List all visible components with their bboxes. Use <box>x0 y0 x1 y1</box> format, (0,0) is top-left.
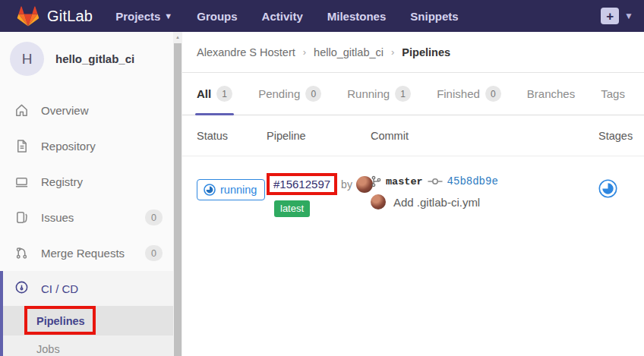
pipeline-id-link[interactable]: #15612597 <box>273 178 330 191</box>
issues-icon <box>14 210 29 225</box>
sidebar-item-label: CI / CD <box>41 282 78 295</box>
stage-running-icon[interactable] <box>598 179 617 198</box>
tab-label: Running <box>347 87 390 100</box>
commit-message-link[interactable]: Add .gitlab-ci.yml <box>393 196 480 209</box>
scrollbar-thumb[interactable] <box>174 43 182 356</box>
sidebar-subitem-jobs[interactable]: Jobs <box>3 336 173 356</box>
tab-pending[interactable]: Pending 0 <box>258 73 321 115</box>
pipeline-tabs: All 1 Pending 0 Running 1 Finished 0 Bra… <box>182 73 644 115</box>
sidebar-item-registry[interactable]: Registry <box>0 164 173 200</box>
running-status-icon <box>204 184 216 196</box>
breadcrumb-user[interactable]: Alexandre S Hostert <box>197 46 295 58</box>
sidebar-item-label: Merge Requests <box>41 247 125 260</box>
tab-tags[interactable]: Tags <box>601 73 625 115</box>
project-header[interactable]: H hello_gitlab_ci <box>0 32 173 83</box>
commit-author-avatar[interactable] <box>371 194 386 210</box>
new-item-button[interactable]: + <box>601 8 619 24</box>
home-icon <box>14 103 29 118</box>
navbar-right: + ▼ <box>601 8 633 24</box>
col-header-pipeline: Pipeline <box>267 130 371 142</box>
cicd-section: CI / CD Pipelines Jobs <box>0 271 173 356</box>
issues-count-badge: 0 <box>145 210 163 225</box>
stages-cell <box>598 173 637 198</box>
tab-label: All <box>197 87 211 100</box>
sidebar-subitem-label: Jobs <box>36 343 60 355</box>
nav-groups[interactable]: Groups <box>197 10 237 23</box>
brand-name: GitLab <box>47 8 93 25</box>
sidebar-item-merge-requests[interactable]: Merge Requests 0 <box>0 235 173 271</box>
by-text: by <box>341 178 352 191</box>
tab-finished[interactable]: Finished 0 <box>437 73 501 115</box>
tab-all[interactable]: All 1 <box>197 73 232 115</box>
status-label: running <box>220 184 257 196</box>
tab-branches[interactable]: Branches <box>527 73 575 115</box>
pipeline-row: running #15612597 by latest <box>182 156 644 217</box>
merge-request-icon <box>14 246 29 260</box>
pipeline-cell: #15612597 by latest <box>267 173 371 217</box>
breadcrumb: Alexandre S Hostert › hello_gitlab_ci › … <box>182 32 644 73</box>
sidebar-scrollbar[interactable]: ▲ <box>173 32 182 356</box>
sidebar-subitem-pipelines[interactable]: Pipelines <box>3 306 173 336</box>
branch-link[interactable]: master <box>386 176 423 187</box>
nav-projects[interactable]: Projects ▼ <box>115 10 172 23</box>
latest-badge: latest <box>274 200 310 217</box>
commit-sha-link[interactable]: 45b8db9e <box>447 175 498 187</box>
gitlab-home-link[interactable]: GitLab <box>17 5 93 27</box>
nav-activity[interactable]: Activity <box>262 10 303 23</box>
col-header-status: Status <box>197 130 267 142</box>
status-running-badge[interactable]: running <box>197 179 265 200</box>
sidebar-item-ci-cd[interactable]: CI / CD <box>3 271 173 306</box>
sidebar-subitem-label: Pipelines <box>36 315 85 327</box>
commit-icon <box>428 177 443 186</box>
nav-projects-label: Projects <box>115 10 160 23</box>
project-avatar: H <box>10 42 44 76</box>
sidebar-item-label: Repository <box>41 140 96 153</box>
sidebar-item-overview[interactable]: Overview <box>0 93 173 128</box>
project-name: hello_gitlab_ci <box>55 52 134 65</box>
project-sidebar: H hello_gitlab_ci Overview Repository <box>0 32 173 356</box>
tab-all-count: 1 <box>216 86 232 102</box>
tab-label: Finished <box>437 87 480 100</box>
file-icon <box>14 139 29 153</box>
gauge-icon <box>14 280 29 297</box>
col-header-stages: Stages <box>598 130 633 142</box>
monitor-icon <box>14 175 29 189</box>
breadcrumb-separator: › <box>391 46 394 58</box>
new-item-caret-icon[interactable]: ▼ <box>624 11 633 21</box>
sidebar-item-issues[interactable]: Issues 0 <box>0 200 173 235</box>
tab-label: Tags <box>601 87 625 100</box>
sidebar-item-label: Registry <box>41 175 83 188</box>
sidebar-item-label: Issues <box>41 211 74 224</box>
pipelines-table-header: Status Pipeline Commit Stages <box>182 115 644 156</box>
tab-running-count: 1 <box>395 86 411 102</box>
annotation-box-pipeline-id: #15612597 <box>267 173 337 195</box>
tab-finished-count: 0 <box>485 86 501 102</box>
breadcrumb-separator: › <box>303 46 306 58</box>
scrollbar-up-arrow[interactable]: ▲ <box>173 32 182 43</box>
tab-label: Branches <box>527 87 575 100</box>
tab-label: Pending <box>258 87 300 100</box>
commit-cell: master 45b8db9e Add .gitlab-ci.yml <box>371 173 598 210</box>
col-header-commit: Commit <box>371 130 598 142</box>
branch-icon <box>371 175 381 187</box>
main-content: Alexandre S Hostert › hello_gitlab_ci › … <box>182 32 644 356</box>
sidebar-item-repository[interactable]: Repository <box>0 128 173 164</box>
gitlab-tanuki-icon <box>17 5 39 27</box>
breadcrumb-project[interactable]: hello_gitlab_ci <box>314 46 384 58</box>
status-cell: running <box>197 173 267 200</box>
nav-milestones[interactable]: Milestones <box>327 10 387 23</box>
tab-pending-count: 0 <box>305 86 321 102</box>
sidebar-item-label: Overview <box>41 104 89 117</box>
merge-requests-count-badge: 0 <box>145 245 163 261</box>
navbar-links: Projects ▼ Groups Activity Milestones Sn… <box>115 10 601 23</box>
nav-snippets[interactable]: Snippets <box>410 10 458 23</box>
sidebar-nav: Overview Repository Registry Issues 0 <box>0 93 173 356</box>
top-navbar: GitLab Projects ▼ Groups Activity Milest… <box>0 0 644 32</box>
breadcrumb-current: Pipelines <box>402 46 450 58</box>
tab-running[interactable]: Running 1 <box>347 73 411 115</box>
chevron-down-icon: ▼ <box>164 11 172 20</box>
